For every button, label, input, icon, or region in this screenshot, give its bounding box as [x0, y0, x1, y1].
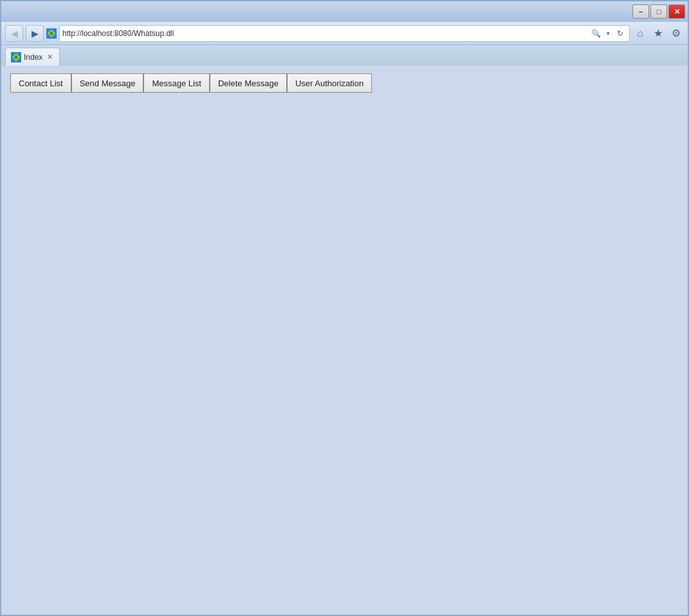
forward-button[interactable]: ▶ — [26, 25, 44, 42]
home-icon: ⌂ — [637, 28, 643, 39]
back-icon: ◀ — [11, 28, 18, 39]
close-button[interactable]: ✕ — [668, 5, 685, 19]
dropdown-button[interactable]: ▾ — [603, 27, 612, 40]
send-message-button[interactable]: Send Message — [71, 73, 144, 93]
message-list-button[interactable]: Message List — [143, 73, 210, 93]
search-button[interactable]: 🔍 — [589, 27, 602, 40]
user-authorization-button[interactable]: User Authorization — [287, 73, 372, 93]
forward-icon: ▶ — [32, 28, 39, 39]
tab-bar: Index ✕ — [1, 45, 688, 66]
refresh-button[interactable]: ↻ — [614, 27, 627, 40]
tab-title: Index — [24, 53, 42, 62]
settings-button[interactable]: ⚙ — [668, 26, 684, 41]
favicon-icon — [46, 28, 57, 39]
gear-icon: ⚙ — [672, 27, 681, 39]
address-bar-row: ◀ ▶ 🔍 ▾ ↻ ⌂ ★ — [1, 22, 688, 45]
refresh-icon: ↻ — [617, 29, 623, 38]
browser-window: – □ ✕ ◀ ▶ 🔍 ▾ ↻ — [0, 0, 689, 616]
tab-close-button[interactable]: ✕ — [45, 53, 54, 62]
title-bar: – □ ✕ — [1, 1, 688, 22]
browser-tab-index[interactable]: Index ✕ — [5, 48, 60, 66]
star-icon: ★ — [654, 27, 663, 39]
address-bar-container: 🔍 ▾ ↻ — [59, 25, 630, 42]
back-button[interactable]: ◀ — [5, 25, 23, 42]
address-input[interactable] — [62, 29, 588, 38]
tab-favicon-icon — [11, 52, 21, 62]
contact-list-button[interactable]: Contact List — [10, 73, 71, 93]
nav-menu-bar: Contact List Send Message Message List D… — [6, 71, 683, 95]
delete-message-button[interactable]: Delete Message — [210, 73, 287, 93]
content-area: Contact List Send Message Message List D… — [1, 66, 688, 615]
chevron-down-icon: ▾ — [607, 30, 610, 37]
window-controls: – □ ✕ — [632, 5, 685, 19]
minimize-button[interactable]: – — [632, 5, 649, 19]
home-button[interactable]: ⌂ — [632, 26, 648, 41]
favorites-button[interactable]: ★ — [650, 26, 666, 41]
search-icon: 🔍 — [591, 29, 601, 38]
maximize-button[interactable]: □ — [650, 5, 667, 19]
